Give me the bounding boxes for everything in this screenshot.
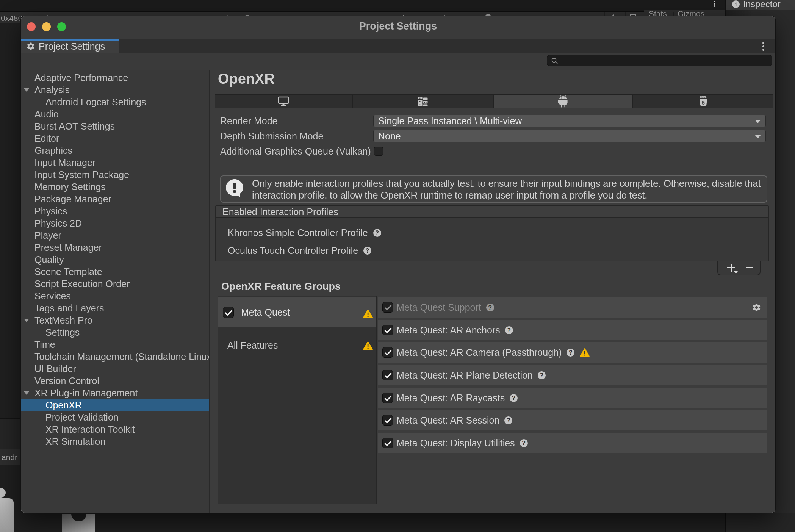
svg-text:HTML: HTML [700,96,706,98]
svg-text:5: 5 [701,99,704,106]
